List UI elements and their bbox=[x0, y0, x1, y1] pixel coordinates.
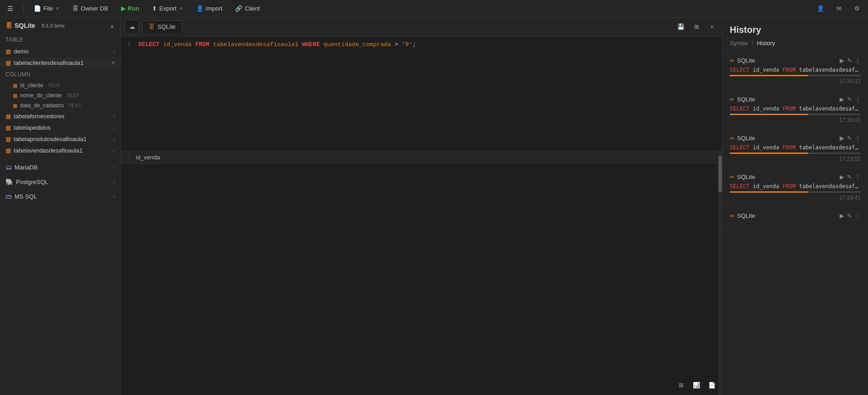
client-label: Client bbox=[245, 5, 260, 12]
export-menu[interactable]: ⬆ Export ▼ bbox=[149, 3, 186, 14]
postgresql-expand-icon: ‹ bbox=[113, 179, 115, 185]
mariadb-expand-icon: ‹ bbox=[113, 164, 115, 171]
hi-edit-btn-4[interactable]: ✎ bbox=[847, 174, 852, 180]
hi-db-name-3: SQLite bbox=[737, 135, 755, 142]
history-tab[interactable]: History bbox=[757, 39, 775, 47]
sqlite-icon: 🗄 bbox=[5, 22, 12, 29]
hi-more-btn-5[interactable]: ⋮ bbox=[855, 212, 861, 219]
mssql-label-group: 🗃 MS SQL bbox=[5, 193, 37, 200]
sql-where-kw: WHERE bbox=[302, 41, 320, 48]
sql-from-kw: FROM bbox=[195, 41, 209, 48]
hi-more-btn-2[interactable]: ⋮ bbox=[855, 96, 861, 103]
sidebar-postgresql[interactable]: 🐘 PostgreSQL ‹ bbox=[0, 174, 120, 189]
hi-more-btn-4[interactable]: ⋮ bbox=[855, 174, 861, 180]
sidebar-mariadb[interactable]: 🗂 MariaDB ‹ bbox=[0, 160, 120, 174]
duplicate-icon-btn[interactable]: ⊞ bbox=[690, 21, 703, 33]
hi-db-icon-3: ✏ bbox=[730, 135, 734, 142]
results-table: ⋮ id_venda bbox=[121, 151, 722, 164]
id-cliente-name: id_cliente bbox=[20, 82, 43, 89]
import-button[interactable]: 👤 Import bbox=[193, 3, 225, 14]
col-drag-handle[interactable]: ⋮ bbox=[126, 154, 132, 161]
hi-more-btn-3[interactable]: ⋮ bbox=[855, 135, 861, 142]
sidebar-item-tabelafornecedores[interactable]: ▦ tabelafornecedores ‹ bbox=[0, 111, 120, 122]
id-cliente-icon: ▦ bbox=[13, 83, 17, 89]
user-icon-btn[interactable]: 👤 bbox=[814, 2, 827, 15]
history-title: History bbox=[722, 17, 868, 39]
nome-do-cliente-type: TEXT bbox=[66, 93, 79, 98]
mssql-expand-icon: ‹ bbox=[113, 193, 115, 200]
client-button[interactable]: 🔗 Client bbox=[232, 3, 262, 14]
hi-progress-fill-2 bbox=[730, 114, 808, 115]
export-results-btn[interactable]: 📄 bbox=[706, 379, 718, 391]
hi-edit-btn-2[interactable]: ✎ bbox=[847, 96, 852, 103]
hi-more-btn-1[interactable]: ⋮ bbox=[855, 57, 861, 64]
hi-actions-3: ▶ ✎ ⋮ bbox=[840, 135, 861, 142]
mariadb-icon: 🗂 bbox=[5, 163, 12, 171]
run-button[interactable]: ▶ Run bbox=[118, 3, 142, 14]
sidebar-item-tabelaprodutosdesafioaula1[interactable]: ▦ tabelaprodutosdesafioaula1 ‹ bbox=[0, 133, 120, 145]
column-data-de-cadastro: ▦ data_de_cadastro TEXT bbox=[0, 100, 120, 111]
hi-run-btn-2[interactable]: ▶ bbox=[840, 96, 844, 103]
file-chevron-icon: ▼ bbox=[55, 6, 60, 11]
file-menu[interactable]: 📄 File ▼ bbox=[31, 3, 63, 14]
tabelavendas-label: tabelavendasdesafioaula1 bbox=[14, 147, 83, 154]
owner-db-button[interactable]: 🗄 Owner DB bbox=[70, 3, 111, 14]
cloud-tab-btn[interactable]: ☁ bbox=[125, 20, 139, 34]
mariadb-label-group: 🗂 MariaDB bbox=[5, 163, 38, 171]
hi-edit-btn-3[interactable]: ✎ bbox=[847, 135, 852, 142]
scrollbar-thumb[interactable] bbox=[718, 156, 722, 192]
tabelaprodutos-icon: ▦ bbox=[5, 136, 11, 142]
chart-view-btn[interactable]: 📊 bbox=[690, 379, 703, 391]
hi-edit-btn-1[interactable]: ✎ bbox=[847, 57, 852, 64]
toolbar: ☰ 📄 File ▼ 🗄 Owner DB ▶ Run ⬆ Export ▼ 👤… bbox=[0, 0, 868, 17]
history-item-3: ✏ SQLite ▶ ✎ ⋮ SELECT id_venda FROM tabe… bbox=[722, 129, 868, 168]
mail-icon-btn[interactable]: ✉ bbox=[832, 2, 845, 15]
hi-progress-2 bbox=[730, 114, 861, 115]
tabelafornecedores-label: tabelafornecedores bbox=[14, 113, 64, 120]
hi-edit-btn-5[interactable]: ✎ bbox=[847, 212, 852, 219]
hi-progress-fill-4 bbox=[730, 191, 808, 193]
hi-db-name-5: SQLite bbox=[737, 212, 755, 219]
vertical-scrollbar[interactable] bbox=[718, 151, 722, 395]
sidebar-item-demo[interactable]: ▦ demo ‹ bbox=[0, 46, 120, 57]
tabelaprodutos-expand-icon: ‹ bbox=[113, 136, 115, 142]
hi-actions-5: ▶ ✎ ⋮ bbox=[840, 212, 861, 219]
hi-run-btn-4[interactable]: ▶ bbox=[840, 174, 844, 180]
hi-run-btn-3[interactable]: ▶ bbox=[840, 135, 844, 142]
sqlite-version: 0.1.3 beta bbox=[42, 23, 64, 28]
sql-editor[interactable]: 1SELECT id_venda FROM tabelavendasdesafi… bbox=[121, 37, 722, 151]
grid-view-btn[interactable]: ⊞ bbox=[675, 379, 687, 391]
sidebar-mssql[interactable]: 🗃 MS SQL ‹ bbox=[0, 189, 120, 204]
tabelaprodutos-label: tabelaprodutosdesafioaula1 bbox=[14, 136, 87, 142]
tabelaclientes-table-label: tabelaclientesdesafioaula1 bbox=[14, 59, 84, 66]
id-cliente-type: TEXT bbox=[48, 83, 61, 88]
hi-time-1: 17:30:17 bbox=[730, 78, 861, 84]
results-table-container[interactable]: ⋮ id_venda bbox=[121, 151, 722, 395]
postgresql-label: PostgreSQL bbox=[16, 179, 48, 185]
table-section-label: Table bbox=[0, 34, 120, 46]
content-area: ☁ 🗄 SQLite 💾 ⊞ + 1SELECT id_venda FROM t… bbox=[121, 17, 722, 395]
sqlite-section-header[interactable]: 🗄 SQLite 0.1.3 beta ▲ bbox=[0, 17, 120, 34]
hi-db-name-1: SQLite bbox=[737, 57, 755, 64]
sidebar-item-tabelaclientesdesafioaula1[interactable]: ▦ tabelaclientesdesafioaula1 ▾ bbox=[0, 57, 120, 68]
hi-time-4: 17:29:41 bbox=[730, 195, 861, 201]
settings-icon-btn[interactable]: ⚙ bbox=[851, 2, 863, 15]
sidebar-item-tabelavendasdesafioaula1[interactable]: ▦ tabelavendasdesafioaula1 ‹ bbox=[0, 145, 120, 156]
menu-button[interactable]: ☰ bbox=[5, 3, 16, 14]
sidebar-item-tabelapedidos[interactable]: ▦ tabelapedidos ‹ bbox=[0, 122, 120, 133]
hi-run-btn-1[interactable]: ▶ bbox=[840, 57, 844, 64]
hi-header-2: ✏ SQLite ▶ ✎ ⋮ bbox=[730, 96, 861, 103]
hi-run-btn-5[interactable]: ▶ bbox=[840, 212, 844, 219]
postgresql-icon: 🐘 bbox=[5, 178, 13, 185]
client-icon: 🔗 bbox=[235, 5, 242, 12]
hamburger-icon: ☰ bbox=[7, 5, 13, 12]
col-header-label: id_venda bbox=[136, 154, 160, 161]
sqlite-tab[interactable]: 🗄 SQLite bbox=[142, 20, 183, 33]
hi-actions-2: ▶ ✎ ⋮ bbox=[840, 96, 861, 103]
add-tab-btn[interactable]: + bbox=[706, 21, 718, 33]
sidebar: 🗄 SQLite 0.1.3 beta ▲ Table ▦ demo ‹ ▦ t… bbox=[0, 17, 121, 395]
history-item-2: ✏ SQLite ▶ ✎ ⋮ SELECT id_venda FROM tabe… bbox=[722, 90, 868, 129]
sql-select-kw: SELECT bbox=[138, 41, 160, 48]
syntax-tab[interactable]: Syntax bbox=[730, 39, 748, 47]
save-icon-btn[interactable]: 💾 bbox=[675, 21, 687, 33]
